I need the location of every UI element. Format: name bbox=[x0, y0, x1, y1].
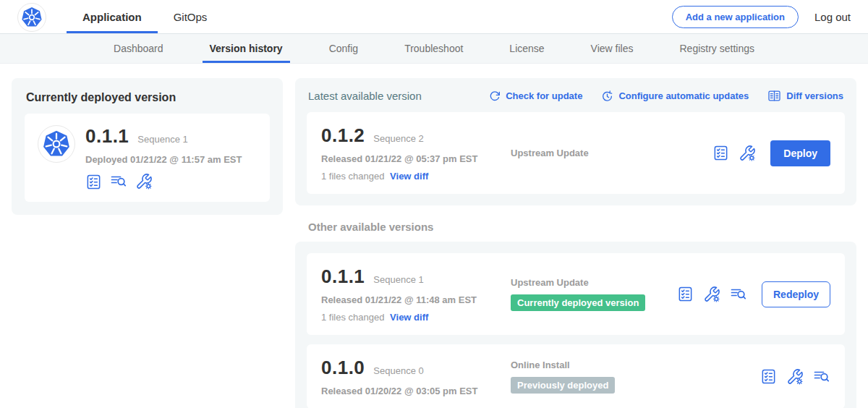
subnav-config-label: Config bbox=[329, 43, 358, 54]
subnav-view-files[interactable]: View files bbox=[584, 34, 641, 63]
tab-gitops-label: GitOps bbox=[174, 11, 208, 23]
currently-deployed-title: Currently deployed version bbox=[26, 91, 270, 104]
view-diff-link[interactable]: View diff bbox=[390, 171, 428, 182]
latest-available-title: Latest available version bbox=[308, 90, 422, 102]
files-changed-label: 1 files changed bbox=[321, 171, 384, 182]
release-sequence-label: Sequence 0 bbox=[373, 365, 423, 376]
app-kubernetes-logo bbox=[38, 125, 75, 163]
subnav-registry-settings[interactable]: Registry settings bbox=[673, 34, 762, 63]
kubernetes-logo bbox=[17, 3, 46, 32]
release-source-label: Upstream Update bbox=[511, 148, 589, 158]
subnav-version-history-label: Version history bbox=[210, 43, 283, 54]
subnav-config[interactable]: Config bbox=[322, 34, 365, 63]
latest-actions: Check for update Configure automatic upd… bbox=[489, 89, 843, 103]
other-versions-panel: 0.1.1 Sequence 1 Released 01/21/22 @ 11:… bbox=[295, 242, 856, 408]
preflight-checks-icon[interactable] bbox=[712, 145, 729, 161]
deployed-timestamp: Deployed 01/21/22 @ 11:57 am EST bbox=[85, 154, 242, 165]
release-info: 0.1.0 Sequence 0 Released 01/20/22 @ 03:… bbox=[321, 357, 511, 396]
diff-versions-label: Diff versions bbox=[786, 90, 843, 101]
subnav-registry-settings-label: Registry settings bbox=[680, 43, 754, 54]
deployed-sequence-label: Sequence 1 bbox=[137, 134, 187, 145]
release-card-0-1-0: 0.1.0 Sequence 0 Released 01/20/22 @ 03:… bbox=[307, 344, 845, 408]
release-sequence-label: Sequence 1 bbox=[373, 274, 423, 285]
deploy-button[interactable]: Deploy bbox=[770, 140, 830, 166]
release-source: Upstream Update bbox=[511, 148, 712, 158]
add-application-button[interactable]: Add a new application bbox=[672, 6, 799, 28]
schedule-icon bbox=[601, 90, 613, 102]
view-logs-icon[interactable] bbox=[110, 173, 127, 190]
currently-deployed-panel: Currently deployed version 0.1.1 Sequenc… bbox=[12, 78, 283, 215]
configure-automatic-updates-label: Configure automatic updates bbox=[618, 90, 749, 101]
view-diff-link[interactable]: View diff bbox=[390, 312, 428, 323]
subnav-troubleshoot[interactable]: Troubleshoot bbox=[397, 34, 470, 63]
deployed-version-number: 0.1.1 bbox=[85, 125, 129, 148]
latest-available-panel: Latest available version Check for updat… bbox=[295, 78, 856, 205]
tab-application[interactable]: Application bbox=[67, 0, 158, 33]
preflight-checks-icon[interactable] bbox=[760, 368, 777, 385]
view-logs-icon[interactable] bbox=[730, 286, 747, 303]
subnav-version-history[interactable]: Version history bbox=[203, 34, 290, 63]
header-tabs: Application GitOps bbox=[67, 0, 223, 33]
version-history-column: Latest available version Check for updat… bbox=[295, 78, 856, 408]
release-card-0-1-1: 0.1.1 Sequence 1 Released 01/21/22 @ 11:… bbox=[307, 253, 845, 335]
release-info: 0.1.2 Sequence 2 Released 01/21/22 @ 05:… bbox=[321, 124, 511, 182]
release-source: Online Install Previously deployed bbox=[511, 360, 760, 394]
release-version-number: 0.1.0 bbox=[321, 357, 365, 379]
edit-config-icon[interactable] bbox=[135, 173, 153, 190]
release-timestamp: Released 01/20/22 @ 03:05 pm EST bbox=[321, 386, 511, 396]
top-header: Application GitOps Add a new application… bbox=[0, 0, 868, 34]
redeploy-button[interactable]: Redeploy bbox=[762, 281, 830, 307]
release-source-label: Upstream Update bbox=[511, 277, 589, 288]
release-sequence-label: Sequence 2 bbox=[373, 133, 423, 144]
logout-link[interactable]: Log out bbox=[814, 11, 851, 23]
edit-config-icon[interactable] bbox=[703, 286, 720, 303]
edit-config-icon[interactable] bbox=[739, 145, 756, 162]
view-logs-icon[interactable] bbox=[813, 368, 830, 386]
preflight-checks-icon[interactable] bbox=[677, 286, 694, 302]
deployed-info: 0.1.1 Sequence 1 Deployed 01/21/22 @ 11:… bbox=[85, 125, 242, 190]
check-for-update-link[interactable]: Check for update bbox=[489, 90, 582, 102]
release-info: 0.1.1 Sequence 1 Released 01/21/22 @ 11:… bbox=[321, 265, 511, 323]
check-for-update-label: Check for update bbox=[506, 90, 582, 101]
edit-config-icon[interactable] bbox=[786, 368, 804, 386]
release-timestamp: Released 01/21/22 @ 05:37 pm EST bbox=[321, 153, 511, 164]
subnav-view-files-label: View files bbox=[591, 43, 634, 54]
subnav-license[interactable]: License bbox=[502, 34, 551, 63]
release-source: Upstream Update Currently deployed versi… bbox=[511, 277, 677, 311]
files-changed-label: 1 files changed bbox=[321, 312, 384, 323]
subnav-troubleshoot-label: Troubleshoot bbox=[404, 43, 463, 54]
app-subnav: Dashboard Version history Config Trouble… bbox=[0, 34, 868, 64]
main-content: Currently deployed version 0.1.1 Sequenc… bbox=[0, 64, 868, 408]
diff-columns-icon bbox=[767, 89, 781, 103]
header-right: Add a new application Log out bbox=[672, 6, 851, 28]
subnav-dashboard-label: Dashboard bbox=[114, 43, 163, 54]
release-version-number: 0.1.2 bbox=[321, 124, 365, 147]
tab-gitops[interactable]: GitOps bbox=[158, 0, 224, 33]
subnav-license-label: License bbox=[509, 43, 544, 54]
other-versions-title: Other available versions bbox=[308, 221, 855, 233]
release-card-0-1-2: 0.1.2 Sequence 2 Released 01/21/22 @ 05:… bbox=[307, 112, 845, 194]
release-timestamp: Released 01/21/22 @ 11:48 am EST bbox=[321, 294, 511, 305]
release-actions: Redeploy bbox=[677, 281, 830, 307]
configure-automatic-updates-link[interactable]: Configure automatic updates bbox=[601, 90, 749, 102]
subnav-dashboard[interactable]: Dashboard bbox=[106, 34, 171, 63]
tab-application-label: Application bbox=[82, 11, 142, 23]
release-version-number: 0.1.1 bbox=[321, 265, 365, 288]
release-actions: Deploy bbox=[712, 140, 830, 166]
previously-deployed-badge: Previously deployed bbox=[511, 377, 615, 394]
release-source-label: Online Install bbox=[511, 360, 570, 370]
diff-versions-link[interactable]: Diff versions bbox=[767, 89, 843, 103]
release-actions bbox=[760, 368, 830, 386]
currently-deployed-badge: Currently deployed version bbox=[511, 294, 645, 311]
currently-deployed-card: 0.1.1 Sequence 1 Deployed 01/21/22 @ 11:… bbox=[25, 114, 270, 202]
refresh-icon bbox=[489, 90, 501, 102]
preflight-checks-icon[interactable] bbox=[85, 174, 102, 190]
